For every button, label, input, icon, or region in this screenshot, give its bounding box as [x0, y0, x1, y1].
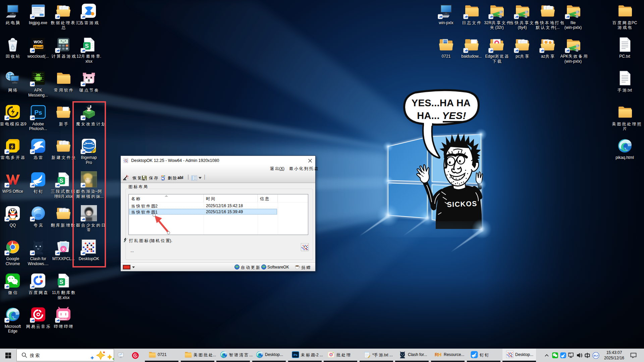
svg-text:YES...HA HA: YES...HA HA [412, 98, 471, 108]
svg-text:SICKOS: SICKOS [447, 199, 477, 208]
svg-text:iFLY: iFLY [594, 355, 598, 357]
svg-text:ok: ok [123, 178, 126, 181]
svg-text:HA...: HA... [417, 110, 440, 121]
svg-text:YES!: YES! [442, 110, 466, 121]
